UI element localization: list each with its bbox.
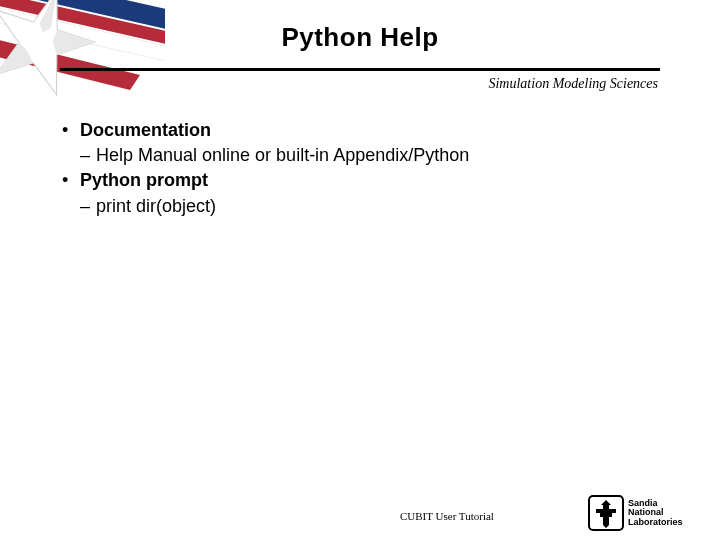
content-area: • Documentation – Help Manual online or … xyxy=(62,118,662,219)
title-underline xyxy=(60,68,660,71)
slide-title: Python Help xyxy=(0,22,720,53)
bullet-1-sub: Help Manual online or built-in Appendix/… xyxy=(96,143,469,168)
bullet-dot: • xyxy=(62,168,80,193)
footer-text: CUBIT User Tutorial xyxy=(400,510,494,522)
bullet-dash: – xyxy=(62,194,96,219)
logo-line3: Laboratories xyxy=(628,518,683,527)
bullet-2: Python prompt xyxy=(80,168,208,193)
bullet-dot: • xyxy=(62,118,80,143)
bullet-dash: – xyxy=(62,143,96,168)
bullet-1: Documentation xyxy=(80,118,211,143)
bullet-2-sub: print dir(object) xyxy=(96,194,216,219)
sandia-logo: Sandia National Laboratories xyxy=(588,494,708,532)
thunderbird-icon xyxy=(588,495,624,531)
slide-subtitle: Simulation Modeling Sciences xyxy=(488,76,658,92)
